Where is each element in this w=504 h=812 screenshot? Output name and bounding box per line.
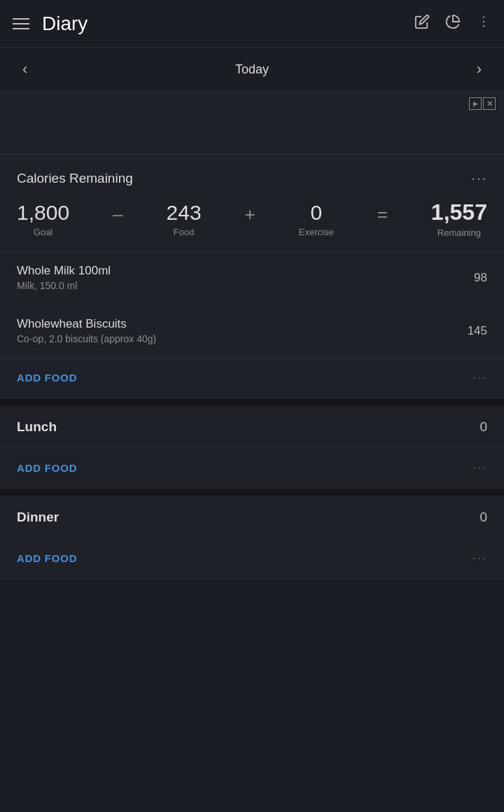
dinner-more-button[interactable]: ··· (472, 551, 487, 566)
ad-play-button[interactable]: ▶ (469, 97, 482, 110)
prev-date-button[interactable]: ‹ (15, 60, 34, 78)
food-item-biscuits[interactable]: Wholewheat Biscuits Co-op, 2.0 biscuits … (0, 304, 504, 358)
menu-icon[interactable] (13, 18, 29, 29)
lunch-add-food-row[interactable]: ADD FOOD ··· (0, 448, 504, 489)
section-gap-dinner (0, 489, 504, 496)
lunch-more-button[interactable]: ··· (472, 461, 487, 475)
lunch-add-food-button[interactable]: ADD FOOD (17, 462, 77, 474)
calories-breakdown-row: 1,800 Goal – 243 Food + 0 Exercise = 1,5… (17, 200, 487, 238)
header-actions (414, 14, 491, 33)
current-date-label: Today (235, 62, 269, 77)
pie-chart-icon[interactable] (445, 14, 461, 33)
remaining-item: 1,557 Remaining (431, 200, 487, 238)
app-header: Diary (0, 0, 504, 48)
more-vertical-icon[interactable] (476, 14, 491, 33)
goal-item: 1,800 Goal (17, 201, 69, 237)
exercise-item: 0 Exercise (299, 201, 334, 237)
calories-card-header: Calories Remaining ··· (17, 170, 487, 186)
dinner-calories: 0 (479, 510, 487, 525)
goal-label: Goal (34, 227, 52, 237)
dinner-header: Dinner 0 (0, 496, 504, 538)
pencil-icon[interactable] (414, 14, 430, 33)
food-name: Whole Milk 100ml (17, 264, 111, 278)
next-date-button[interactable]: › (470, 60, 489, 78)
dinner-title: Dinner (17, 510, 59, 525)
food-label: Food (174, 227, 195, 237)
page-title: Diary (42, 13, 414, 35)
ad-close-button[interactable]: ✕ (483, 97, 496, 110)
exercise-value: 0 (310, 201, 322, 224)
add-food-button[interactable]: ADD FOOD (17, 372, 77, 384)
food-name: Wholewheat Biscuits (17, 317, 156, 331)
section-gap-lunch (0, 398, 504, 405)
breakfast-add-food-row[interactable]: ADD FOOD ··· (0, 358, 504, 398)
lunch-header: Lunch 0 (0, 405, 504, 448)
dinner-add-food-button[interactable]: ADD FOOD (17, 552, 77, 564)
food-item-cal: 243 Food (167, 201, 202, 237)
plus-operator: + (241, 204, 260, 225)
calories-card-title: Calories Remaining (17, 171, 133, 186)
calories-card: Calories Remaining ··· 1,800 Goal – 243 … (0, 155, 504, 251)
exercise-label: Exercise (299, 227, 334, 237)
food-item-whole-milk[interactable]: Whole Milk 100ml Milk, 150.0 ml 98 (0, 251, 504, 304)
remaining-label: Remaining (438, 227, 481, 238)
equals-operator: = (373, 204, 392, 225)
lunch-title: Lunch (17, 419, 57, 435)
minus-operator: – (108, 204, 127, 225)
food-item-info: Wholewheat Biscuits Co-op, 2.0 biscuits … (17, 317, 156, 344)
svg-point-2 (483, 25, 484, 27)
food-calories: 145 (468, 324, 487, 338)
date-navigation: ‹ Today › (0, 48, 504, 92)
calories-more-button[interactable]: ··· (471, 170, 487, 186)
food-item-info: Whole Milk 100ml Milk, 150.0 ml (17, 264, 111, 291)
dinner-add-food-row[interactable]: ADD FOOD ··· (0, 538, 504, 579)
ad-banner: ▶ ✕ (0, 92, 504, 155)
food-value: 243 (167, 201, 202, 224)
goal-value: 1,800 (17, 201, 69, 224)
svg-point-0 (483, 16, 484, 18)
food-sub: Milk, 150.0 ml (17, 280, 111, 291)
food-calories: 98 (474, 271, 487, 285)
food-sub: Co-op, 2.0 biscuits (approx 40g) (17, 333, 156, 344)
svg-point-1 (483, 21, 484, 22)
lunch-calories: 0 (479, 419, 487, 435)
ad-controls: ▶ ✕ (469, 97, 496, 110)
breakfast-more-button[interactable]: ··· (472, 370, 487, 385)
remaining-value: 1,557 (431, 200, 487, 225)
